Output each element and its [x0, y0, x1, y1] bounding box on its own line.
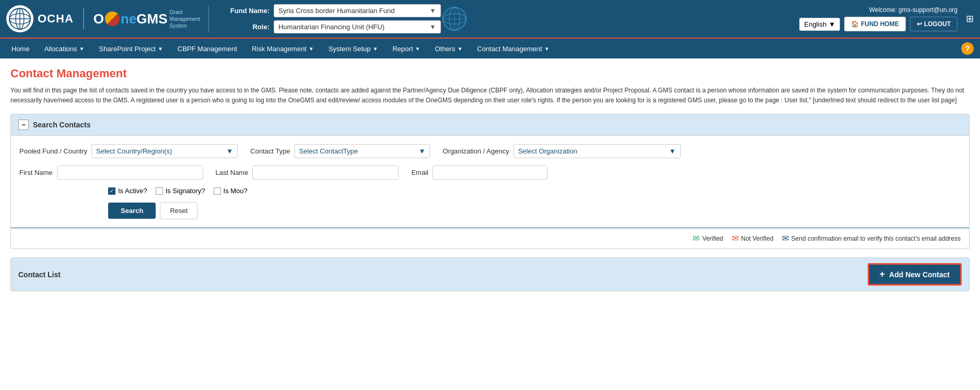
logo-divider	[83, 8, 84, 29]
page-description: You will find in this page the list of c…	[10, 86, 970, 105]
reset-button[interactable]: Reset	[160, 202, 197, 219]
nav-cbpf[interactable]: CBPF Management	[170, 38, 244, 59]
page-title: Contact Management	[10, 67, 970, 80]
email-input[interactable]	[433, 166, 547, 180]
onegms-logo: O ne GMS Grant Management System	[94, 9, 200, 29]
email-field: Email	[411, 166, 547, 180]
nav-others[interactable]: Others ▼	[427, 38, 470, 59]
nav-home[interactable]: Home	[4, 38, 37, 59]
ne-text: ne	[121, 11, 136, 27]
nav-risk[interactable]: Risk Management ▼	[244, 38, 321, 59]
is-signatory-label: Is Signatory?	[166, 187, 205, 195]
nav-report[interactable]: Report ▼	[385, 38, 427, 59]
gms-text-label: GMS	[136, 11, 167, 27]
pooled-fund-placeholder: Select Country/Region(s)	[96, 147, 172, 155]
nav-system-setup-arrow: ▼	[373, 46, 378, 52]
send-email-label: Send confirmation email to verify this c…	[791, 235, 961, 242]
grid-icon[interactable]: ⊞	[966, 13, 974, 25]
search-panel-header: − Search Contacts	[11, 114, 969, 136]
legend-not-verified: ✉ Not Verified	[732, 233, 774, 243]
ocha-text-label: OCHA	[38, 12, 74, 26]
is-signatory-check-icon	[156, 187, 163, 195]
collapse-button[interactable]: −	[18, 120, 29, 130]
contact-type-select[interactable]: Select ContactType ▼	[294, 144, 430, 158]
pooled-fund-label: Pooled Fund / Country	[19, 147, 87, 155]
fund-name-arrow: ▼	[429, 7, 436, 15]
nav-risk-arrow: ▼	[309, 46, 314, 52]
is-mou-checkbox[interactable]: Is Mou?	[214, 187, 248, 195]
last-name-input[interactable]	[252, 166, 399, 180]
role-arrow: ▼	[429, 23, 436, 31]
last-name-label: Last Name	[216, 169, 249, 176]
pooled-fund-arrow: ▼	[226, 147, 233, 155]
role-label: Role:	[228, 23, 270, 31]
logout-button[interactable]: ↩ LOGOUT	[910, 17, 958, 31]
role-value: Humanitarian Financing Unit (HFU)	[278, 23, 384, 31]
search-row-1: Pooled Fund / Country Select Country/Reg…	[19, 144, 961, 158]
email-label: Email	[411, 169, 428, 176]
pooled-fund-field: Pooled Fund / Country Select Country/Reg…	[19, 144, 238, 158]
search-button[interactable]: Search	[108, 203, 156, 219]
language-arrow: ▼	[829, 20, 835, 28]
first-name-input[interactable]	[57, 166, 203, 180]
fund-name-value: Syria Cross border Humanitarian Fund	[278, 7, 395, 15]
nav-contact-arrow: ▼	[544, 46, 550, 52]
nav-sharepoint[interactable]: SharePoint Project ▼	[91, 38, 170, 59]
language-value: English	[804, 20, 826, 28]
contact-list-header: Contact List + Add New Contact	[11, 258, 969, 291]
search-row-2: First Name Last Name Email	[19, 166, 961, 180]
organization-arrow: ▼	[669, 147, 676, 155]
last-name-field: Last Name	[216, 166, 399, 180]
main-content: Contact Management You will find in this…	[0, 58, 980, 300]
fund-home-icon: 🏠	[851, 20, 859, 28]
header: OCHA O ne GMS Grant Management System Fu…	[0, 0, 980, 38]
fund-name-label: Fund Name:	[228, 7, 270, 15]
is-mou-label: Is Mou?	[224, 187, 248, 195]
organization-field: Organization / Agency Select Organizatio…	[442, 144, 680, 158]
add-new-contact-button[interactable]: + Add New Contact	[868, 263, 962, 286]
pooled-fund-select[interactable]: Select Country/Region(s) ▼	[91, 144, 238, 158]
add-icon: +	[880, 269, 885, 280]
role-row: Role: Humanitarian Financing Unit (HFU) …	[228, 20, 441, 33]
contact-type-label: Contact Type	[250, 147, 290, 155]
nav-others-arrow: ▼	[457, 46, 462, 52]
contact-type-arrow: ▼	[419, 147, 426, 155]
fund-name-select[interactable]: Syria Cross border Humanitarian Fund ▼	[274, 4, 441, 17]
organization-placeholder: Select Organization	[518, 147, 577, 155]
checkbox-row: ✓ Is Active? Is Signatory? Is Mou?	[19, 187, 961, 195]
role-select[interactable]: Humanitarian Financing Unit (HFU) ▼	[274, 20, 441, 33]
first-name-field: First Name	[19, 166, 203, 180]
legend-send-email: ✉ Send confirmation email to verify this…	[782, 233, 961, 243]
organization-label: Organization / Agency	[442, 147, 509, 155]
not-verified-label: Not Verified	[741, 235, 774, 242]
help-button[interactable]: ?	[961, 42, 974, 55]
first-name-label: First Name	[19, 169, 53, 176]
fund-home-button[interactable]: 🏠 FUND HOME	[844, 17, 906, 31]
gms-subtitle: Grant Management System	[170, 9, 200, 29]
nav-system-setup[interactable]: System Setup ▼	[321, 38, 386, 59]
nav-contact-management[interactable]: Contact Management ▼	[470, 38, 556, 59]
is-signatory-checkbox[interactable]: Is Signatory?	[156, 187, 205, 195]
is-mou-check-icon	[214, 187, 221, 195]
search-panel: − Search Contacts Pooled Fund / Country …	[10, 114, 970, 249]
nav-sharepoint-arrow: ▼	[158, 46, 163, 52]
contact-type-placeholder: Select ContactType	[299, 147, 358, 155]
organization-select[interactable]: Select Organization ▼	[514, 144, 681, 158]
send-email-icon: ✉	[782, 233, 789, 243]
fund-name-row: Fund Name: Syria Cross border Humanitari…	[228, 4, 441, 17]
search-buttons: Search Reset	[19, 202, 961, 219]
header-right: Welcome: gms-support@un.org English ▼ 🏠 …	[799, 6, 958, 31]
is-active-checkbox[interactable]: ✓ Is Active?	[108, 187, 147, 195]
contact-list-panel: Contact List + Add New Contact	[10, 257, 970, 291]
language-select[interactable]: English ▼	[799, 18, 840, 31]
globe-icon	[441, 5, 468, 32]
verified-label: Verified	[702, 235, 723, 242]
welcome-text: Welcome: gms-support@un.org	[869, 6, 958, 14]
add-new-label: Add New Contact	[889, 270, 950, 279]
not-verified-icon: ✉	[732, 233, 739, 243]
logo-area: OCHA O ne GMS Grant Management System	[6, 5, 209, 32]
ocha-logo	[6, 5, 33, 32]
search-panel-title: Search Contacts	[33, 121, 90, 129]
nav-allocations[interactable]: Allocations ▼	[37, 38, 92, 59]
logout-icon: ↩	[917, 20, 922, 28]
